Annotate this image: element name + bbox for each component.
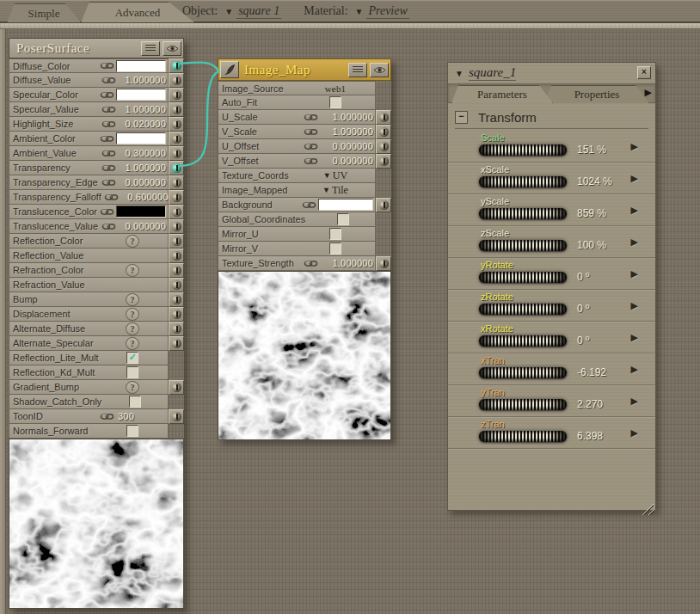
checkbox[interactable]: ✓	[126, 352, 138, 364]
chain-link-icon[interactable]	[100, 413, 114, 421]
checkbox[interactable]	[329, 243, 341, 255]
chain-link-icon[interactable]	[304, 143, 318, 150]
plug-socket[interactable]	[169, 117, 184, 132]
plug-socket[interactable]	[169, 409, 184, 424]
plug-socket[interactable]	[169, 205, 184, 219]
plug-socket[interactable]	[169, 322, 184, 336]
plug-socket[interactable]	[169, 278, 184, 292]
material-value[interactable]: Preview	[366, 4, 408, 19]
plug-socket[interactable]	[169, 219, 184, 234]
row-value[interactable]: web1	[325, 83, 347, 94]
plug-socket[interactable]	[169, 88, 184, 102]
brush-icon[interactable]	[220, 61, 239, 78]
resize-handle[interactable]	[639, 502, 654, 515]
poser-surface-header[interactable]: PoserSurface	[9, 38, 184, 58]
dial-options-arrow-icon[interactable]: ▶	[631, 396, 638, 407]
yscale-dial[interactable]	[479, 208, 567, 219]
close-icon[interactable]: ×	[637, 66, 651, 79]
row-value[interactable]: 0.000000	[118, 221, 166, 231]
dial-options-arrow-icon[interactable]: ▶	[631, 205, 638, 216]
row-value[interactable]: 0.000000	[320, 141, 373, 151]
xtran-dial[interactable]	[479, 367, 567, 378]
chain-link-icon[interactable]	[100, 91, 114, 99]
checkbox[interactable]	[126, 425, 138, 437]
checkbox[interactable]	[329, 228, 341, 240]
chain-link-icon[interactable]	[100, 135, 114, 143]
plug-socket[interactable]	[376, 125, 391, 139]
object-dropdown-arrow-icon[interactable]: ▼	[224, 7, 233, 16]
chain-link-icon[interactable]	[101, 223, 116, 230]
eye-icon[interactable]	[163, 41, 181, 56]
node-menu-icon[interactable]	[348, 63, 367, 77]
tab-properties[interactable]: Properties	[544, 85, 649, 103]
chain-link-icon[interactable]	[101, 164, 116, 172]
xscale-dial[interactable]	[479, 176, 567, 187]
plug-socket[interactable]	[169, 234, 184, 249]
plug-socket[interactable]	[376, 154, 391, 169]
plug-socket[interactable]	[376, 198, 391, 212]
row-value[interactable]: 1.000000	[118, 75, 166, 85]
chain-link-icon[interactable]	[304, 114, 318, 121]
row-value[interactable]: 0.600000	[120, 192, 169, 202]
tab-simple[interactable]: Simple	[7, 3, 81, 22]
tab-advanced[interactable]: Advanced	[81, 2, 194, 22]
object-value[interactable]: square 1	[236, 4, 281, 19]
chain-link-icon[interactable]	[101, 120, 116, 128]
row-value[interactable]: 1.000000	[118, 104, 166, 114]
zscale-dial[interactable]	[479, 240, 567, 251]
plug-socket[interactable]	[169, 190, 184, 205]
chain-link-icon[interactable]	[100, 208, 114, 216]
color-swatch[interactable]	[116, 60, 166, 72]
chain-link-icon[interactable]	[304, 260, 318, 267]
question-icon[interactable]: ?	[126, 293, 139, 306]
dropdown[interactable]: ▼Tile	[322, 184, 348, 197]
tab-parameters[interactable]: Parameters	[451, 85, 553, 103]
plug-socket[interactable]	[376, 256, 391, 271]
image-map-header[interactable]: Image_Map	[218, 58, 391, 81]
question-icon[interactable]: ?	[126, 235, 139, 248]
plug-socket[interactable]	[376, 110, 391, 125]
xrotate-dial[interactable]	[479, 335, 567, 347]
eye-icon[interactable]	[370, 63, 389, 77]
plug-socket[interactable]	[169, 161, 184, 175]
plug-socket[interactable]	[169, 132, 184, 146]
color-swatch[interactable]	[116, 132, 166, 144]
row-value[interactable]: 1.000000	[320, 258, 373, 268]
color-swatch[interactable]	[116, 89, 166, 101]
dial-value[interactable]: 0 º	[577, 303, 589, 315]
ytran-dial[interactable]	[479, 399, 567, 410]
row-value[interactable]: 300	[116, 411, 166, 421]
question-icon[interactable]: ?	[126, 322, 139, 335]
node-menu-icon[interactable]	[141, 41, 160, 56]
ztran-dial[interactable]	[479, 431, 567, 442]
chain-link-icon[interactable]	[302, 201, 316, 209]
color-swatch[interactable]	[318, 199, 373, 211]
dial-value[interactable]: -6.192	[577, 366, 606, 378]
plug-socket[interactable]	[169, 263, 184, 278]
dial-options-arrow-icon[interactable]: ▶	[631, 236, 638, 248]
dial-value[interactable]: 1024 %	[577, 175, 612, 187]
row-value[interactable]: 0.000000	[320, 156, 373, 166]
dial-value[interactable]: 0 º	[577, 335, 589, 347]
plug-socket[interactable]	[376, 139, 391, 154]
palette-header[interactable]: ▼ square_1 ×	[448, 63, 655, 83]
dial-options-arrow-icon[interactable]: ▶	[631, 332, 638, 343]
palette-collapse-arrow-icon[interactable]: ▼	[455, 69, 464, 78]
plug-socket[interactable]	[169, 146, 184, 161]
row-value[interactable]: 0.300000	[118, 148, 166, 158]
plug-socket[interactable]	[169, 175, 184, 190]
collapse-icon[interactable]: −	[455, 111, 468, 124]
plug-socket[interactable]	[169, 292, 184, 307]
plug-socket[interactable]	[169, 73, 184, 88]
chain-link-icon[interactable]	[101, 77, 116, 84]
yrotate-dial[interactable]	[479, 272, 567, 283]
dial-options-arrow-icon[interactable]: ▶	[631, 268, 638, 279]
chain-link-icon[interactable]	[304, 157, 318, 165]
question-icon[interactable]: ?	[126, 308, 139, 321]
dropdown[interactable]: ▼UV	[323, 169, 347, 182]
row-value[interactable]: 1.000000	[320, 126, 373, 137]
tab-overflow-arrow-icon[interactable]: ▶	[645, 87, 652, 98]
zrotate-dial[interactable]	[479, 304, 567, 315]
chain-link-icon[interactable]	[304, 128, 318, 136]
plug-socket[interactable]	[169, 336, 184, 351]
